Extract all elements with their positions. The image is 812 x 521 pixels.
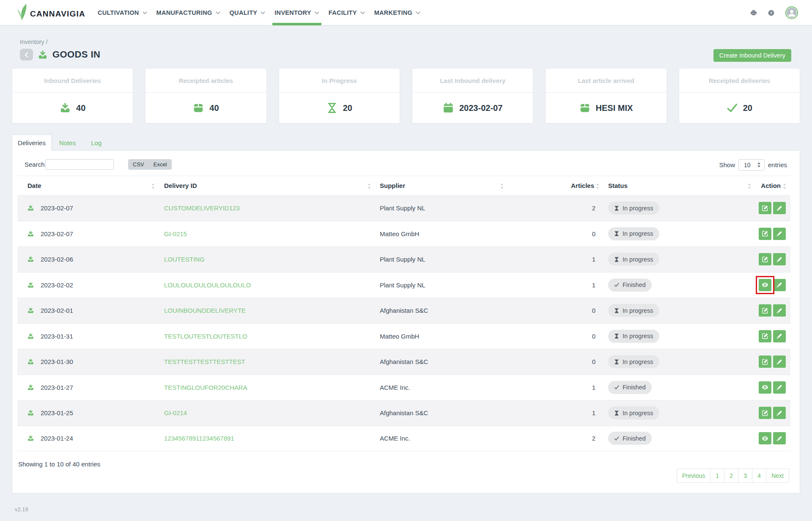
column-header-action[interactable]: Action <box>753 182 790 189</box>
nav-item-cultivation[interactable]: CULTIVATION <box>93 0 152 25</box>
column-header-articles[interactable]: Articles <box>506 182 599 189</box>
delivery-id-link[interactable]: LOUINBOUNDDELIVERYTE <box>164 307 246 314</box>
goods-in-icon <box>38 50 48 60</box>
page-button-3[interactable]: 3 <box>738 469 752 483</box>
edit-delivery-button[interactable] <box>773 279 786 291</box>
brand-logo[interactable]: CANNAVIGIA <box>16 3 85 21</box>
download-icon <box>60 102 71 113</box>
receipt-delivery-button[interactable] <box>759 407 771 419</box>
nav-item-marketing[interactable]: MARKETING <box>370 0 425 25</box>
edit-delivery-button[interactable] <box>773 407 786 419</box>
delivery-id-link[interactable]: LOUTESTING <box>164 256 205 263</box>
view-delivery-button[interactable] <box>759 381 771 394</box>
delivery-id-link[interactable]: TESTTESTTESTTESTTEST <box>164 358 245 365</box>
view-delivery-button[interactable] <box>759 279 771 291</box>
delivery-id-link[interactable]: GI-0215 <box>164 230 187 237</box>
supplier-name: ACME Inc. <box>374 435 506 442</box>
edit-delivery-button[interactable] <box>773 432 786 444</box>
column-header-status[interactable]: Status <box>599 182 753 189</box>
supplier-name: Plant Supply NL <box>374 281 506 289</box>
tab-log[interactable]: Log <box>83 139 109 146</box>
goods-in-row-icon <box>27 410 34 416</box>
column-header-supplier[interactable]: Supplier <box>374 182 506 189</box>
tab-deliveries[interactable]: Deliveries <box>12 135 52 151</box>
nav-item-quality[interactable]: QUALITY <box>225 0 270 25</box>
delivery-row: 2023-02-06LOUTESTINGPlant Supply NL1In p… <box>17 246 790 272</box>
page-button-previous[interactable]: Previous <box>677 469 710 483</box>
page-button-2[interactable]: 2 <box>724 469 738 483</box>
edit-delivery-button[interactable] <box>773 381 786 394</box>
hourglass-icon <box>614 411 619 416</box>
delivery-row: 2023-01-25GI-0214Afghanistan S&C1In prog… <box>17 400 790 426</box>
nav-item-label: MANUFACTURING <box>156 9 212 16</box>
user-avatar[interactable] <box>785 6 798 19</box>
column-header-date[interactable]: Date <box>17 182 160 189</box>
chevron-down-icon <box>261 11 265 14</box>
search-input[interactable] <box>45 159 114 170</box>
nav-item-facility[interactable]: FACILITY <box>324 0 370 25</box>
stat-card-value: 40 <box>209 103 219 113</box>
delivery-row: 2023-02-02LOULOULOULOULOULOULOPlant Supp… <box>17 272 790 298</box>
status-badge: Finished <box>608 381 652 394</box>
calendar-icon <box>443 102 454 113</box>
nav-item-label: CULTIVATION <box>98 9 139 16</box>
delivery-date: 2023-01-24 <box>41 435 73 442</box>
receipt-delivery-button[interactable] <box>759 253 771 265</box>
sort-icon <box>783 183 786 188</box>
page-button-1[interactable]: 1 <box>710 469 724 483</box>
edit-delivery-button[interactable] <box>773 202 786 214</box>
edit-delivery-button[interactable] <box>773 228 786 240</box>
tab-notes[interactable]: Notes <box>52 139 83 146</box>
delivery-date: 2023-02-07 <box>41 230 73 237</box>
receipt-delivery-button[interactable] <box>759 330 771 342</box>
delivery-id-link[interactable]: TESTINGLOUFOR20CHARA <box>164 384 247 391</box>
back-button[interactable] <box>20 49 33 61</box>
edit-delivery-button[interactable] <box>773 356 786 368</box>
excel-export-button[interactable]: Excel <box>149 161 172 168</box>
receipt-delivery-button[interactable] <box>759 356 771 368</box>
edit-delivery-button[interactable] <box>773 253 786 265</box>
delivery-id-link[interactable]: CUSTOMDELIVERYID123 <box>164 204 240 212</box>
delivery-date: 2023-02-02 <box>41 281 73 289</box>
print-icon[interactable] <box>750 9 757 16</box>
page-title: GOODS IN <box>52 49 100 60</box>
stat-card: Receipted deliveries20 <box>679 68 800 124</box>
edit-delivery-button[interactable] <box>773 330 786 342</box>
edit-delivery-button[interactable] <box>773 304 786 317</box>
page-button-4[interactable]: 4 <box>752 469 766 483</box>
column-header-delivery-id[interactable]: Delivery ID <box>160 182 374 189</box>
receipt-delivery-button[interactable] <box>759 202 771 214</box>
nav-item-label: MARKETING <box>374 9 413 16</box>
view-delivery-button[interactable] <box>759 432 771 444</box>
create-inbound-delivery-button[interactable]: Create Inbound Delivery <box>713 49 791 62</box>
table-header: DateDelivery IDSupplierArticlesStatusAct… <box>17 176 790 195</box>
delivery-id-link[interactable]: LOULOULOULOULOULOULO <box>164 281 251 289</box>
hourglass-icon <box>614 359 619 364</box>
receipt-delivery-button[interactable] <box>759 304 771 317</box>
stat-card: Last article arrivedHESI MIX <box>545 68 667 124</box>
articles-count: 1 <box>506 409 599 416</box>
articles-count: 0 <box>506 333 599 340</box>
breadcrumb[interactable]: Inventory / <box>20 39 47 45</box>
help-icon[interactable]: ? <box>768 10 774 16</box>
articles-count: 1 <box>506 384 599 391</box>
delivery-id-link[interactable]: GI-0214 <box>164 409 187 416</box>
page-size-value: 10 <box>744 162 751 168</box>
csv-export-button[interactable]: CSV <box>128 161 149 168</box>
hourglass-icon <box>614 257 619 262</box>
stat-card-value: 20 <box>343 103 352 113</box>
delivery-id-link[interactable]: 12345678911234567891 <box>164 435 234 442</box>
nav-item-inventory[interactable]: INVENTORY <box>270 0 324 25</box>
page-button-next[interactable]: Next <box>766 469 789 483</box>
status-badge: In progress <box>608 330 659 343</box>
page-size-select[interactable]: 10 <box>738 159 765 171</box>
receipt-delivery-button[interactable] <box>759 228 771 240</box>
articles-count: 1 <box>506 281 599 289</box>
status-text: Finished <box>623 384 646 391</box>
status-badge: In progress <box>608 406 659 419</box>
nav-item-manufacturing[interactable]: MANUFACTURING <box>152 0 225 25</box>
delivery-id-link[interactable]: TESTLOUTESTLOUTESTLO <box>164 333 247 340</box>
nav-item-label: QUALITY <box>230 9 258 16</box>
goods-in-row-icon <box>27 358 34 365</box>
package-icon <box>193 102 204 113</box>
